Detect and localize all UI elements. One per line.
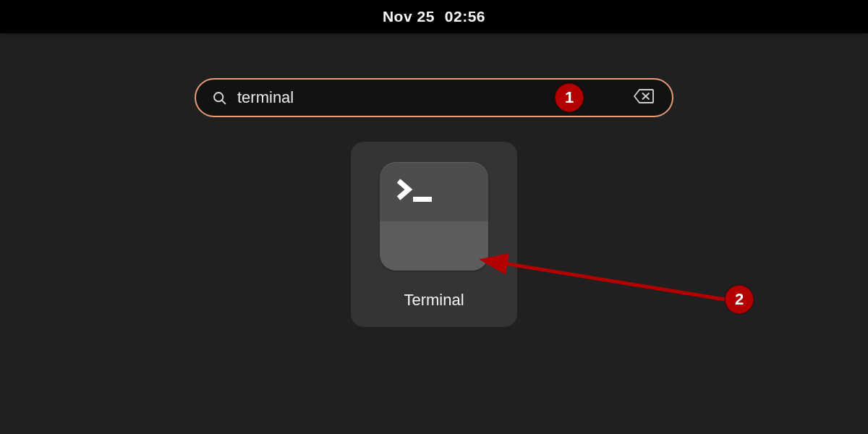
app-result-label: Terminal [404,291,464,310]
prompt-glyph-icon [396,178,442,207]
backspace-icon [633,88,655,107]
search-results: Terminal [351,142,517,327]
clock-time: 02:56 [445,8,485,25]
search-input[interactable] [237,88,624,107]
terminal-app-icon [380,162,488,271]
svg-line-6 [486,260,725,299]
annotation-callout-2: 2 [725,285,754,314]
svg-rect-4 [413,197,432,202]
clock-date: Nov 25 [383,8,435,25]
top-bar: Nov 25 02:56 [0,0,868,33]
app-result-terminal[interactable]: Terminal [351,142,517,327]
search-icon [212,90,227,106]
annotation-label: 2 [735,290,744,309]
clear-button[interactable] [633,88,656,107]
clock[interactable]: Nov 25 02:56 [383,8,485,25]
svg-line-1 [222,100,226,103]
search-bar[interactable] [195,78,673,117]
